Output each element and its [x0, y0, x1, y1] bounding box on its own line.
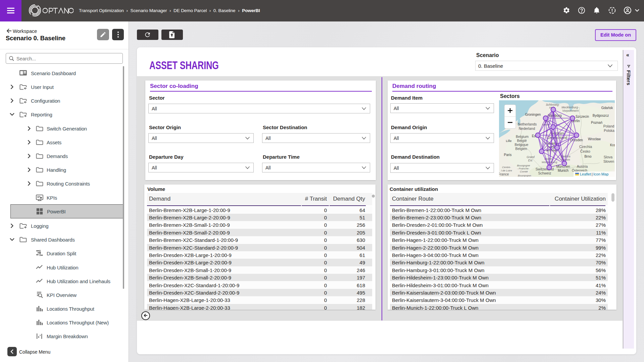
svg-text:Paris: Paris [504, 153, 512, 157]
svg-text:Bourgogne-: Bourgogne- [518, 174, 532, 177]
svg-text:Belgique: Belgique [515, 143, 529, 147]
svg-text:Deutschland: Deutschland [548, 136, 567, 140]
svg-text:Icon Map: Icon Map [593, 172, 608, 176]
svg-text:Česko: Česko [580, 149, 590, 153]
svg-text:Comté: Comté [520, 170, 528, 173]
svg-text:Belgien: Belgien [515, 147, 527, 151]
svg-text:Mecklenburg-: Mecklenburg- [561, 106, 579, 109]
svg-text:Centre-: Centre- [502, 166, 511, 169]
svg-text:Szczecin: Szczecin [576, 115, 589, 118]
svg-text:Vorpommern: Vorpommern [562, 109, 579, 112]
svg-text:Slova: Slova [604, 155, 612, 159]
svg-text:Brno: Brno [584, 155, 592, 158]
svg-text:Grand: Grand [527, 155, 535, 159]
svg-text:Leaflet: Leaflet [580, 172, 591, 176]
svg-text:Netherlands: Netherlands [518, 122, 537, 126]
svg-text:Czechia: Czechia [579, 145, 592, 149]
svg-text:Bourgogne: Bourgogne [517, 164, 530, 167]
svg-text:België: België [517, 139, 527, 143]
svg-text:|: | [592, 172, 593, 176]
svg-text:Groningen: Groningen [525, 113, 541, 116]
svg-text:l de Loire: l de Loire [501, 169, 512, 172]
svg-text:Munich: Munich [558, 169, 568, 172]
svg-text:Poznań: Poznań [591, 121, 602, 124]
svg-text:Polska: Polska [604, 128, 614, 133]
svg-text:Nederland: Nederland [519, 126, 535, 131]
svg-text:- Franche-: - Franche- [517, 167, 530, 170]
svg-text:Bydgoszcz: Bydgoszcz [593, 114, 609, 117]
svg-text:Est: Est [528, 159, 533, 162]
svg-text:Krak: Krak [610, 143, 615, 147]
svg-text:Belgium: Belgium [516, 135, 529, 139]
svg-text:Austria: Austria [577, 164, 588, 168]
svg-text:Sloven: Sloven [603, 159, 614, 163]
svg-text:Poland: Poland [603, 124, 614, 128]
svg-text:Schweiz: Schweiz [538, 171, 551, 175]
svg-text:Lille: Lille [506, 139, 512, 143]
svg-text:France: France [499, 172, 509, 176]
svg-text:Gdańsk: Gdańsk [601, 106, 613, 110]
svg-text:Wrocław: Wrocław [588, 137, 601, 141]
